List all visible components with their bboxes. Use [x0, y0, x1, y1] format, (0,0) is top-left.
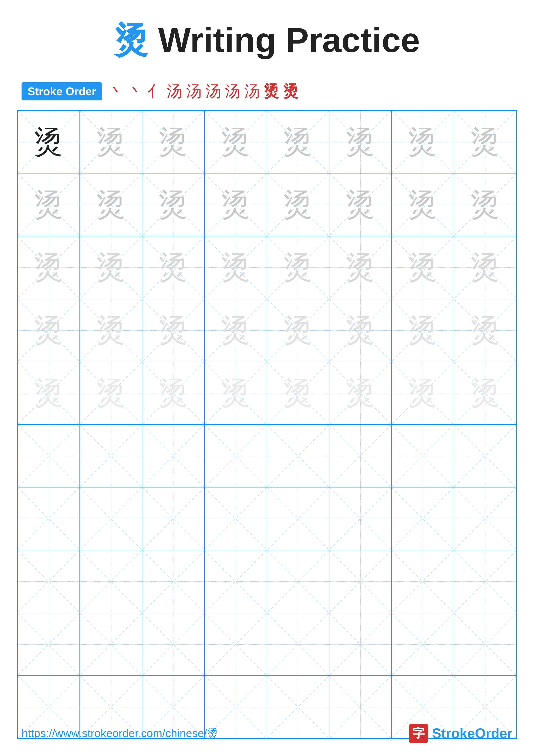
- grid-cell[interactable]: 烫: [267, 174, 329, 236]
- grid-cell[interactable]: 烫: [329, 362, 392, 424]
- practice-char: 烫: [158, 378, 188, 408]
- grid-cell[interactable]: [329, 425, 392, 487]
- stroke-order-badge[interactable]: Stroke Order: [21, 82, 102, 100]
- grid-cell[interactable]: [454, 551, 516, 613]
- grid-cell[interactable]: [18, 613, 80, 675]
- grid-cell[interactable]: [80, 425, 142, 487]
- grid-cell[interactable]: [142, 425, 205, 487]
- grid-row[interactable]: 烫 烫 烫 烫 烫 烫 烫 烫: [18, 362, 516, 425]
- grid-row[interactable]: [18, 425, 516, 487]
- grid-cell[interactable]: 烫: [142, 236, 205, 299]
- grid-cell[interactable]: [329, 551, 392, 613]
- practice-char: 烫: [470, 252, 500, 283]
- grid-cell[interactable]: [267, 551, 329, 613]
- grid-cell[interactable]: [392, 487, 454, 550]
- grid-cell[interactable]: 烫: [80, 111, 142, 173]
- grid-cell[interactable]: 烫: [392, 362, 454, 424]
- grid-cell[interactable]: [142, 551, 205, 613]
- grid-cell[interactable]: 烫: [80, 174, 142, 236]
- grid-cell[interactable]: 烫: [205, 362, 267, 424]
- grid-cell[interactable]: [267, 487, 329, 550]
- grid-cell[interactable]: 烫: [267, 111, 329, 173]
- grid-cell[interactable]: 烫: [454, 111, 516, 173]
- grid-cell[interactable]: 烫: [392, 174, 454, 236]
- grid-cell[interactable]: 烫: [142, 174, 205, 236]
- grid-cell[interactable]: [18, 425, 80, 487]
- grid-cell[interactable]: 烫: [18, 236, 80, 299]
- practice-char: 烫: [220, 315, 251, 345]
- grid-cell[interactable]: [454, 487, 516, 550]
- grid-cell[interactable]: [80, 487, 142, 550]
- practice-char: 烫: [283, 252, 313, 283]
- practice-char: 烫: [158, 127, 188, 157]
- grid-cell[interactable]: 烫: [18, 111, 80, 173]
- grid-cell[interactable]: 烫: [392, 299, 454, 362]
- grid-cell[interactable]: 烫: [267, 362, 329, 424]
- grid-cell[interactable]: 烫: [142, 362, 205, 424]
- grid-row[interactable]: [18, 551, 516, 613]
- grid-cell[interactable]: [205, 425, 267, 487]
- grid-cell[interactable]: [392, 613, 454, 675]
- grid-cell[interactable]: [454, 613, 516, 675]
- practice-char: 烫: [408, 378, 438, 408]
- grid-cell[interactable]: [329, 487, 392, 550]
- grid-cell[interactable]: [392, 551, 454, 613]
- practice-char: 烫: [96, 190, 126, 220]
- grid-row[interactable]: 烫 烫 烫 烫 烫 烫 烫 烫: [18, 174, 516, 236]
- grid-cell[interactable]: 烫: [392, 236, 454, 299]
- stroke-order-row: Stroke Order 丶 丶 亻 汤 汤 汤 汤 汤 烫 烫: [0, 77, 534, 110]
- grid-cell[interactable]: 烫: [329, 236, 392, 299]
- grid-cell[interactable]: 烫: [18, 174, 80, 236]
- grid-cell[interactable]: 烫: [18, 299, 80, 362]
- grid-cell[interactable]: 烫: [454, 236, 516, 299]
- practice-char: 烫: [34, 127, 64, 157]
- grid-cell[interactable]: 烫: [142, 299, 205, 362]
- grid-cell[interactable]: [18, 487, 80, 550]
- practice-char: 烫: [34, 315, 64, 345]
- grid-cell[interactable]: [267, 425, 329, 487]
- grid-row[interactable]: [18, 613, 516, 676]
- stroke-step-9: 烫: [264, 81, 279, 102]
- grid-cell[interactable]: 烫: [80, 299, 142, 362]
- title-char: 烫: [114, 21, 149, 60]
- grid-cell[interactable]: [142, 487, 205, 550]
- stroke-step-5: 汤: [186, 81, 202, 102]
- grid-cell[interactable]: [205, 613, 267, 675]
- grid-cell[interactable]: [205, 487, 267, 550]
- stroke-step-4: 汤: [167, 81, 182, 102]
- grid-cell[interactable]: 烫: [329, 174, 392, 236]
- grid-cell[interactable]: [80, 551, 142, 613]
- grid-cell[interactable]: 烫: [329, 299, 392, 362]
- grid-row[interactable]: 烫 烫 烫 烫 烫 烫 烫 烫: [18, 111, 516, 174]
- grid-cell[interactable]: [80, 613, 142, 675]
- grid-cell[interactable]: 烫: [80, 236, 142, 299]
- grid-row[interactable]: 烫 烫 烫 烫 烫 烫 烫 烫: [18, 236, 516, 299]
- grid-cell[interactable]: 烫: [205, 174, 267, 236]
- grid-cell[interactable]: 烫: [267, 299, 329, 362]
- grid-cell[interactable]: 烫: [392, 111, 454, 173]
- grid-cell[interactable]: 烫: [205, 111, 267, 173]
- grid-cell[interactable]: [267, 613, 329, 675]
- grid-cell[interactable]: [205, 551, 267, 613]
- grid-cell[interactable]: 烫: [267, 236, 329, 299]
- grid-cell[interactable]: [454, 425, 516, 487]
- grid-cell[interactable]: 烫: [205, 236, 267, 299]
- grid-cell[interactable]: [142, 613, 205, 675]
- grid-cell[interactable]: 烫: [454, 362, 516, 424]
- grid-cell[interactable]: 烫: [454, 299, 516, 362]
- stroke-step-10: 烫: [283, 81, 298, 102]
- grid-cell[interactable]: [329, 613, 392, 675]
- grid-row[interactable]: 烫 烫 烫 烫 烫 烫 烫 烫: [18, 299, 516, 362]
- practice-char: 烫: [345, 315, 375, 345]
- practice-char: 烫: [96, 127, 126, 157]
- grid-cell[interactable]: [18, 551, 80, 613]
- grid-cell[interactable]: 烫: [329, 111, 392, 173]
- grid-row[interactable]: [18, 487, 516, 550]
- grid-cell[interactable]: 烫: [142, 111, 205, 173]
- practice-char: 烫: [470, 315, 500, 345]
- grid-cell[interactable]: 烫: [205, 299, 267, 362]
- grid-cell[interactable]: 烫: [454, 174, 516, 236]
- grid-cell[interactable]: [392, 425, 454, 487]
- grid-cell[interactable]: 烫: [80, 362, 142, 424]
- grid-cell[interactable]: 烫: [18, 362, 80, 424]
